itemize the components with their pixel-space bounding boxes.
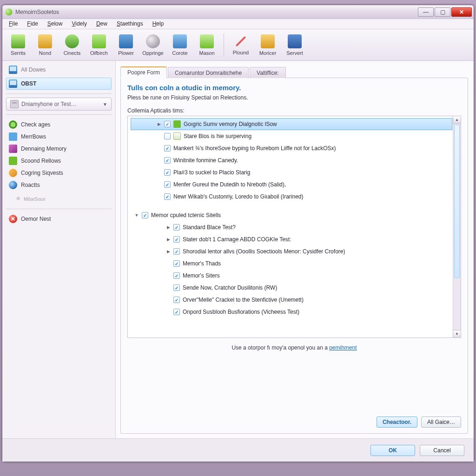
scroll-up-button[interactable]: ▲ bbox=[453, 116, 461, 124]
tool-label: Moricer bbox=[259, 50, 277, 56]
tree-item[interactable]: ✓Mankert ¾'s IhoreSove byping to Rurebom… bbox=[131, 142, 452, 154]
sidebar-item-dennaing-memory[interactable]: Dennaing Memory bbox=[6, 143, 112, 155]
menu-staethings[interactable]: Staethings bbox=[112, 19, 148, 29]
tree-item[interactable]: ✓Newr Wikab's Custonriy, Loredo to Giıab… bbox=[131, 191, 452, 203]
oppringe-icon bbox=[146, 34, 160, 48]
tool-moricer[interactable]: Moricer bbox=[255, 31, 281, 60]
checkbox[interactable]: ✓ bbox=[164, 157, 171, 164]
menu-videly[interactable]: Videly bbox=[67, 19, 91, 29]
menu-file[interactable]: File bbox=[4, 19, 22, 29]
checkbox[interactable]: ✓ bbox=[173, 297, 180, 303]
checkbox[interactable]: ✓ bbox=[142, 212, 148, 218]
tool-serrits[interactable]: Serrits bbox=[5, 31, 31, 60]
expand-icon[interactable]: ▶ bbox=[166, 249, 171, 254]
tool-mason[interactable]: Mason bbox=[194, 31, 220, 60]
sidebar-item-roactts[interactable]: Roactts bbox=[6, 179, 112, 191]
checkbox[interactable]: ✓ bbox=[164, 193, 171, 200]
ok-button[interactable]: OK bbox=[370, 445, 415, 456]
tool-cinects[interactable]: Cinects bbox=[59, 31, 85, 60]
tree-item[interactable]: ✓Orver"Melle" Crackel to the Stenfictive… bbox=[131, 294, 452, 306]
scroll-down-button[interactable]: ▼ bbox=[453, 330, 461, 338]
tree-item-label: Winitnite fonmine Canedy. bbox=[173, 157, 238, 164]
sidebar-dropdown[interactable]: Dniamyhone or Test… ▼ bbox=[6, 98, 112, 111]
serrits-icon bbox=[11, 34, 25, 48]
tree-item[interactable]: ▶✓Goıgric Sumv vemory Dialgnotic lSow bbox=[131, 118, 452, 130]
section-label: Collemia Apticalis tims: bbox=[127, 107, 461, 114]
nond-icon bbox=[38, 34, 52, 48]
tree-item[interactable]: ▶✓Standard Blace Test? bbox=[131, 221, 452, 233]
tree-item[interactable]: ✓Winitnite fonmine Canedy. bbox=[131, 154, 452, 166]
tool-label: Oifbirch bbox=[90, 50, 108, 56]
tool-oifbirch[interactable]: Oifbirch bbox=[86, 31, 112, 60]
globe-icon bbox=[9, 181, 17, 189]
sidebar-item-cogring-siqvests[interactable]: Cogring Siqvests bbox=[6, 167, 112, 179]
menu-fide[interactable]: Fide bbox=[22, 19, 42, 29]
tree-item-label: Onpord Susblooh Busfiorations (Vicheess … bbox=[183, 309, 299, 315]
sidebar-item-merrbows[interactable]: MerrBows bbox=[6, 131, 112, 143]
tool-nond[interactable]: Nond bbox=[32, 31, 58, 60]
tree-item-label: Orver"Melle" Crackel to the Stenfictive … bbox=[183, 297, 304, 303]
sidebar-dropdown-label: Dniamyhone or Test… bbox=[21, 101, 77, 107]
checkbox[interactable]: ✓ bbox=[164, 121, 171, 127]
sidebar-active-item[interactable]: OBST bbox=[6, 78, 112, 90]
expand-icon[interactable]: ▼ bbox=[134, 213, 139, 218]
menu-dew[interactable]: Dew bbox=[92, 19, 112, 29]
scrollbar[interactable]: ▲ ▼ bbox=[453, 116, 461, 337]
tree-item-label: Newr Wikab's Custonriy, Loredo to Giıabo… bbox=[173, 193, 304, 200]
tree-item[interactable]: ✓Sende Now, Cratchor Dusilitonis (RW) bbox=[131, 282, 452, 294]
tree-item[interactable]: ▶✓Stater dob't 1 Carnage ABDD COGKIe Tes… bbox=[131, 233, 452, 245]
expand-icon[interactable]: ▶ bbox=[166, 237, 171, 242]
checkbox[interactable]: ✓ bbox=[173, 260, 180, 267]
tree-item[interactable]: Stare Blos is hie surperving bbox=[131, 130, 452, 142]
tree-item[interactable]: ✓Onpord Susblooh Busfiorations (Vicheess… bbox=[131, 306, 452, 318]
checkbox[interactable]: ✓ bbox=[164, 181, 171, 188]
sidebar-item-label: Cogring Siqvests bbox=[21, 170, 63, 176]
hint-text: Use a otorpor fı moy'a openol you an a p… bbox=[127, 344, 461, 351]
expand-icon[interactable]: ▶ bbox=[157, 122, 161, 126]
all-gaice-button[interactable]: All Gaice… bbox=[421, 416, 461, 428]
maximize-button[interactable]: ▢ bbox=[435, 7, 450, 17]
tree-item[interactable]: ✓Pla#3 to suckel to Placio Starig bbox=[131, 166, 452, 178]
tree-item[interactable]: ▶✓Shorodial lentor allvs (Ooollis Soecti… bbox=[131, 245, 452, 258]
tool-label: Cinects bbox=[64, 50, 81, 56]
tool-plound[interactable]: Plound bbox=[228, 31, 254, 60]
checkbox[interactable] bbox=[164, 133, 171, 139]
checkbox[interactable]: ✓ bbox=[173, 272, 180, 279]
tool-corote[interactable]: Corote bbox=[167, 31, 193, 60]
scroll-thumb[interactable] bbox=[454, 125, 460, 278]
close-button[interactable]: ✕ bbox=[451, 7, 472, 17]
sidebar-item-scoond-rellows[interactable]: Scoond Rellows bbox=[6, 155, 112, 167]
checkbox[interactable]: ✓ bbox=[164, 145, 171, 152]
checkbox[interactable]: ✓ bbox=[173, 284, 180, 291]
checkbox[interactable]: ✓ bbox=[173, 248, 180, 255]
tool-servert[interactable]: Servert bbox=[282, 31, 308, 60]
checkbox[interactable]: ✓ bbox=[173, 236, 180, 243]
tree-item-label: Sende Now, Cratchor Dusilitonis (RW) bbox=[183, 284, 277, 291]
dialog-buttons: OK Cancel bbox=[2, 438, 474, 462]
cheactoor-button[interactable]: Cheactoor. bbox=[377, 416, 417, 428]
titlebar[interactable]: MemoirnSootetos — ▢ ✕ bbox=[2, 5, 474, 19]
sidebar-separator bbox=[6, 209, 112, 209]
checkbox[interactable]: ✓ bbox=[164, 169, 171, 176]
menu-help[interactable]: Help bbox=[148, 19, 169, 29]
tree-item[interactable]: ✓Memor's Siters bbox=[131, 270, 452, 282]
tool-oppringe[interactable]: Oppringe bbox=[140, 31, 166, 60]
tool-label: Servert bbox=[286, 50, 303, 56]
tab-0[interactable]: Poopre Form bbox=[120, 66, 167, 78]
minimize-button[interactable]: — bbox=[418, 7, 434, 17]
tree-item[interactable]: ▼✓Memor cpuled tcterıic Sitells bbox=[131, 209, 452, 221]
options-tree[interactable]: ▶✓Goıgric Sumv vemory Dialgnotic lSowSta… bbox=[127, 116, 461, 338]
tool-plower[interactable]: Plower bbox=[113, 31, 139, 60]
tab-1[interactable]: Comaruntor Domraitichehe bbox=[168, 67, 249, 78]
sidebar-error-item[interactable]: ✕ Oemor Nest bbox=[6, 213, 112, 225]
checkbox[interactable]: ✓ bbox=[173, 224, 180, 231]
expand-icon[interactable]: ▶ bbox=[166, 225, 171, 230]
tab-2[interactable]: Valtiffice: bbox=[250, 67, 286, 78]
tree-item[interactable]: ✓Memor's Thads bbox=[131, 258, 452, 270]
hint-link[interactable]: pemihment bbox=[329, 344, 357, 351]
tree-item[interactable]: ✓Menfer Gureul the Dutedih to Nreboth (S… bbox=[131, 178, 452, 191]
cancel-button[interactable]: Cancel bbox=[420, 445, 464, 456]
menu-selow[interactable]: Selow bbox=[43, 19, 67, 29]
checkbox[interactable]: ✓ bbox=[173, 309, 180, 315]
sidebar-item-check-ages[interactable]: Check ages bbox=[6, 119, 112, 131]
